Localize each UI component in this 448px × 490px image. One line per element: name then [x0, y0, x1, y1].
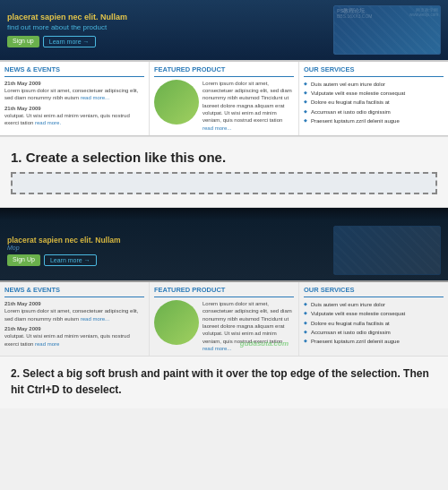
col-featured-1: FEATURED PRODUCT Lorem ipsum dolor sit a… — [150, 62, 299, 135]
hero-subtitle-1: find out more about the product — [7, 23, 326, 32]
step-2-instruction: 2. Select a big soft brush and paint wit… — [0, 356, 448, 408]
step-2-text: 2. Select a big soft brush and paint wit… — [11, 365, 437, 398]
featured-body-2-text: Lorem ipsum dolor sit amet, consectetuer… — [202, 301, 292, 344]
mop-label: Mop — [7, 245, 326, 251]
col-services-1: OUR SERVICES Duis autem vel eum iriure d… — [299, 62, 448, 135]
col-services-2: OUR SERVICES Duis autem vel eum iriure d… — [299, 282, 448, 356]
signup-button-2[interactable]: Sign Up — [7, 254, 40, 266]
featured-img-1 — [154, 80, 199, 125]
read-more1-2[interactable]: read more... — [81, 316, 109, 322]
selection-demo — [11, 172, 437, 194]
hero-image-inner-2 — [334, 227, 440, 274]
services-header-1: OUR SERVICES — [304, 65, 444, 77]
featured-read-more-2[interactable]: read more... — [202, 346, 231, 351]
services-list-2: Duis autem vel eum iriure dolor Vulputat… — [304, 300, 444, 347]
step-1-instruction: 1. Create a selection like this one. — [0, 136, 448, 208]
news-date1-2: 21th May 2009 — [4, 300, 144, 307]
signup-button-1[interactable]: Sign up — [7, 36, 39, 47]
news-body2-1: volutpat. Ut wisi enim ad minim veniam, … — [4, 112, 144, 127]
col-news-1: NEWS & EVENTS 21th May 2009 Lorem ipsum … — [0, 62, 150, 135]
step-1-text: 1. Create a selection like this one. — [11, 150, 437, 165]
hero-buttons-1: Sign up Learn more → — [7, 36, 326, 47]
hero-image-2 — [333, 226, 441, 275]
news-body2-2: volutpat. Ut wisi enim ad minim veniam, … — [4, 332, 144, 348]
mid-mockup: placerat sapien nec elit. Nullam Mop Sig… — [0, 208, 448, 356]
news-body1-text: Lorem ipsum dolor sit amet, consectetuer… — [4, 88, 138, 100]
service-2-item-3: Dolore eu feugiat nulla facilisis at — [304, 319, 444, 328]
learn-more-button-2[interactable]: Learn more → — [44, 254, 97, 266]
top-fade — [0, 208, 448, 220]
three-cols-1: NEWS & EVENTS 21th May 2009 Lorem ipsum … — [0, 60, 448, 135]
hero-title-2: placerat sapien nec elit. Nullam — [7, 236, 326, 245]
hero-area-2: placerat sapien nec elit. Nullam Mop Sig… — [0, 220, 448, 280]
news-body1-2: Lorem ipsum dolor sit amet, consectetuer… — [4, 307, 144, 322]
hero-buttons-2: Sign Up Learn more → — [7, 254, 326, 266]
hero-area-1: placerat sapien nec elit. Nullam find ou… — [0, 0, 448, 60]
read-more2-1[interactable]: read more. — [35, 120, 61, 125]
featured-img-2 — [154, 300, 199, 345]
service-item-1: Duis autem vel eum iriure dolor — [304, 80, 444, 89]
watermark-site: gudasuta.com — [240, 339, 289, 348]
news-date1-1: 21th May 2009 — [4, 80, 144, 87]
news-body2-text: volutpat. Ut wisi enim ad minim veniam, … — [4, 113, 130, 125]
news-date2-1: 21th May 2009 — [4, 105, 144, 112]
col-news-2: NEWS & EVENTS 21th May 2009 Lorem ipsum … — [0, 282, 150, 356]
service-item-4: Accumsan et iusto odio dignissim — [304, 107, 444, 116]
featured-header-2: FEATURED PRODUCT — [154, 286, 294, 297]
learn-more-button-1[interactable]: Learn more → — [43, 36, 96, 47]
featured-content-2: Lorem ipsum dolor sit amet, consectetuer… — [154, 300, 294, 353]
news-body1-2-text: Lorem ipsum dolor sit amet, consectetuer… — [4, 308, 138, 321]
read-more1-1[interactable]: read more... — [81, 95, 109, 100]
news-body2-2-text: volutpat. Ut wisi enim ad minim veniam, … — [4, 333, 130, 346]
site-badge: 网页教学网 www.webjx.com — [409, 8, 438, 17]
news-header-1: NEWS & EVENTS — [4, 65, 144, 77]
three-cols-2: NEWS & EVENTS 21th May 2009 Lorem ipsum … — [0, 280, 448, 356]
watermark-bbs: BBS.16XX3.COM — [337, 13, 372, 19]
services-list-1: Duis autem vel eum iriure dolor Vulputat… — [304, 80, 444, 126]
col-featured-2: FEATURED PRODUCT Lorem ipsum dolor sit a… — [150, 282, 299, 356]
news-header-2: NEWS & EVENTS — [4, 286, 144, 297]
news-date2-2: 21th May 2009 — [4, 325, 144, 332]
top-mockup: placerat sapien nec elit. Nullam find ou… — [0, 0, 448, 136]
news-body1-1: Lorem ipsum dolor sit amet, consectetuer… — [4, 87, 144, 102]
services-header-2: OUR SERVICES — [304, 286, 444, 297]
hero-text-1: placerat sapien nec elit. Nullam find ou… — [7, 13, 326, 47]
featured-read-more[interactable]: read more... — [202, 125, 231, 131]
featured-body-text: Lorem ipsum dolor sit amet, consectetuer… — [202, 81, 292, 124]
service-2-item-5: Praesent luptatum zzril delenit augue — [304, 337, 444, 346]
site-badge-line2: www.webjx.com — [409, 13, 438, 17]
hero-title-1: placerat sapien nec elit. Nullam — [7, 13, 326, 23]
service-item-3: Dolore eu feugiat nulla facilisis at — [304, 98, 444, 107]
read-more2-2[interactable]: read more — [35, 341, 59, 347]
hero-image-1: PS教程论坛 BBS.16XX3.COM 网页教学网 www.webjx.com — [333, 5, 441, 55]
featured-content-1: Lorem ipsum dolor sit amet, consectetuer… — [154, 80, 294, 133]
featured-header-1: FEATURED PRODUCT — [154, 65, 294, 77]
service-2-item-1: Duis autem vel eum iriure dolor — [304, 300, 444, 309]
service-2-item-4: Accumsan et iusto odio dignissim — [304, 328, 444, 337]
service-item-5: Praesent luptatum zzril delenit augue — [304, 116, 444, 125]
hero-text-2: placerat sapien nec elit. Nullam Mop Sig… — [7, 236, 326, 266]
service-item-2: Vulputate velit esse molestie consequat — [304, 89, 444, 98]
service-2-item-2: Vulputate velit esse molestie consequat — [304, 309, 444, 318]
